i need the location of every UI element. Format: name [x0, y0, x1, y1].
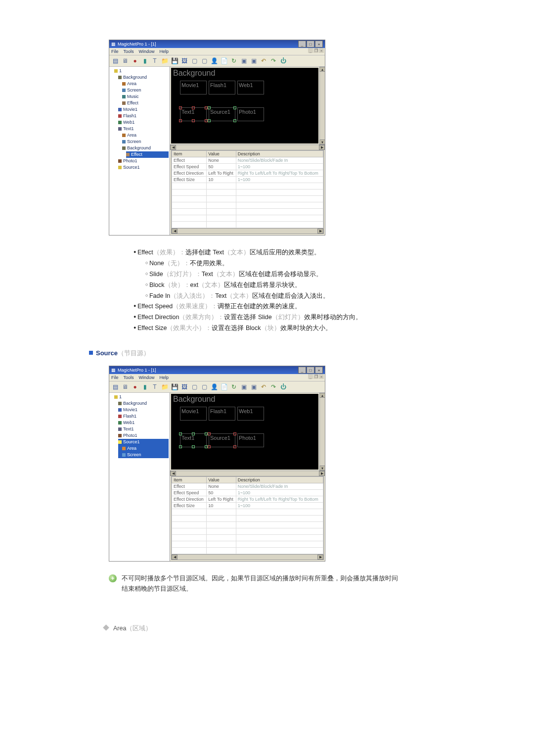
tool-text-icon[interactable]: T [151, 57, 159, 65]
tree-item[interactable]: Background [118, 400, 169, 407]
maximize-icon[interactable]: □ [307, 367, 314, 374]
tree-item[interactable]: 1BackgroundMovie1Flash1Web1Text1Photo1So… [114, 394, 169, 458]
layout-canvas[interactable]: Background Movie1 Flash1 Web1 Text1 [171, 68, 318, 143]
canvas-vscroll[interactable]: ▲ ▼ [319, 67, 325, 144]
tree-item[interactable]: Source1 [118, 164, 169, 171]
tool-b1-icon[interactable]: ▣ [240, 383, 248, 391]
col-description[interactable]: Description [236, 477, 323, 483]
tree-item[interactable]: BackgroundAreaScreenMusicEffect [118, 74, 169, 106]
menu-help[interactable]: Help [160, 49, 169, 54]
clip-text1[interactable]: Text1 [180, 433, 207, 447]
tree-item[interactable]: Text1 [118, 426, 169, 432]
tool-redo-icon[interactable]: ↷ [269, 383, 277, 391]
tool-undo-icon[interactable]: ↶ [260, 57, 267, 65]
menu-help[interactable]: Help [160, 375, 169, 380]
tree-item[interactable]: 1BackgroundAreaScreenMusicEffectMovie1Fl… [114, 68, 169, 171]
close-icon[interactable]: × [315, 367, 323, 374]
clip-web1[interactable]: Web1 [237, 81, 264, 94]
col-item[interactable]: Item [172, 151, 207, 157]
doc-close-icon[interactable]: × [319, 48, 324, 53]
clip-movie1[interactable]: Movie1 [180, 407, 207, 421]
tool-redo-icon[interactable]: ↷ [269, 57, 277, 65]
tool-text-icon[interactable]: T [151, 383, 159, 391]
col-description[interactable]: Description [236, 151, 323, 157]
tool-record-icon[interactable]: ● [131, 383, 139, 391]
tool-monitor-icon[interactable]: 🖥 [121, 383, 129, 391]
tool-folder-icon[interactable]: 📁 [161, 383, 169, 391]
tree-item[interactable]: Source1AreaScreen [118, 439, 169, 458]
clip-source1[interactable]: Source1 [209, 107, 235, 121]
tree-item[interactable]: Movie1 [118, 106, 169, 113]
tool-user-icon[interactable]: 👤 [210, 57, 218, 65]
doc-min-icon[interactable]: _ [308, 374, 313, 379]
menu-tools[interactable]: Tools [124, 49, 134, 54]
maximize-icon[interactable]: □ [307, 41, 314, 47]
background-clip[interactable]: Background [173, 395, 215, 404]
tool-record-icon[interactable]: ● [131, 57, 139, 65]
menu-tools[interactable]: Tools [124, 375, 134, 380]
tree-item[interactable]: Photo1 [118, 158, 169, 164]
tree-item[interactable]: Flash1 [118, 113, 169, 119]
tool-power-icon[interactable]: ⏻ [279, 383, 287, 391]
col-value[interactable]: Value [207, 151, 236, 157]
minimize-icon[interactable]: _ [298, 367, 306, 374]
tool-b2-icon[interactable]: ▣ [250, 383, 258, 391]
tool-save-icon[interactable]: 💾 [171, 383, 178, 391]
tree-item[interactable]: Music [122, 94, 169, 100]
grid-hscroll[interactable]: ◀▶ [172, 554, 323, 560]
tool-a1-icon[interactable]: ▢ [190, 57, 198, 65]
menu-file[interactable]: File [111, 49, 119, 54]
tool-picture-icon[interactable]: 🖼 [180, 57, 188, 65]
clip-web1[interactable]: Web1 [237, 407, 264, 421]
tool-refresh-icon[interactable]: ↻ [230, 383, 238, 391]
doc-min-icon[interactable]: _ [308, 48, 313, 53]
tool-a2-icon[interactable]: ▢ [200, 57, 208, 65]
tool-refresh-icon[interactable]: ↻ [230, 57, 238, 65]
clip-flash1[interactable]: Flash1 [209, 81, 235, 94]
tree-item[interactable]: Web1 [118, 119, 169, 126]
clip-source1[interactable]: Source1 [209, 433, 235, 447]
tool-b1-icon[interactable]: ▣ [240, 57, 248, 65]
tool-page-icon[interactable]: 📄 [220, 57, 228, 65]
tool-b2-icon[interactable]: ▣ [250, 57, 258, 65]
tool-power-icon[interactable]: ⏻ [279, 57, 287, 65]
tool-undo-icon[interactable]: ↶ [260, 383, 267, 391]
tool-new-icon[interactable]: ▤ [111, 57, 119, 65]
doc-close-icon[interactable]: × [319, 374, 324, 379]
col-value[interactable]: Value [207, 477, 236, 483]
tool-save-icon[interactable]: 💾 [171, 57, 178, 65]
tool-tag-icon[interactable]: ▮ [141, 57, 149, 65]
tool-picture-icon[interactable]: 🖼 [180, 383, 188, 391]
tree-item[interactable]: Movie1 [118, 407, 169, 413]
tool-a1-icon[interactable]: ▢ [190, 383, 198, 391]
close-icon[interactable]: × [315, 41, 323, 47]
clip-text1[interactable]: Text1 [180, 107, 207, 121]
clip-photo1[interactable]: Photo1 [237, 433, 264, 447]
layout-canvas[interactable]: Background Movie1 Flash1 Web1 Text1 [171, 394, 318, 470]
background-clip[interactable]: Background [173, 69, 215, 78]
tree-item[interactable]: Flash1 [118, 413, 169, 420]
tree-item[interactable]: BackgroundEffect [122, 145, 169, 158]
menu-window[interactable]: Window [139, 375, 155, 380]
tree-item[interactable]: Area [122, 81, 169, 87]
clip-photo1[interactable]: Photo1 [237, 107, 264, 121]
col-item[interactable]: Item [172, 477, 207, 483]
tree-item[interactable]: Text1AreaScreenBackgroundEffect [118, 126, 169, 158]
tree-item[interactable]: Photo1 [118, 432, 169, 439]
tool-new-icon[interactable]: ▤ [111, 383, 119, 391]
canvas-hscroll[interactable]: ◀ ▶ [170, 471, 325, 476]
canvas-vscroll[interactable]: ▲ ▼ [319, 393, 325, 471]
tool-folder-icon[interactable]: 📁 [161, 57, 169, 65]
tree-item[interactable]: Effect [122, 100, 169, 106]
tool-page-icon[interactable]: 📄 [220, 383, 228, 391]
menu-window[interactable]: Window [139, 49, 155, 54]
tree-item[interactable]: Screen [122, 139, 169, 145]
tool-a2-icon[interactable]: ▢ [200, 383, 208, 391]
doc-restore-icon[interactable]: ❐ [313, 48, 318, 53]
tool-tag-icon[interactable]: ▮ [141, 383, 149, 391]
canvas-hscroll[interactable]: ◀ ▶ [170, 144, 325, 150]
grid-hscroll[interactable]: ◀▶ [172, 228, 323, 234]
minimize-icon[interactable]: _ [298, 41, 306, 47]
tree-item[interactable]: Area [122, 132, 169, 139]
tree-item[interactable]: Screen [122, 452, 169, 458]
